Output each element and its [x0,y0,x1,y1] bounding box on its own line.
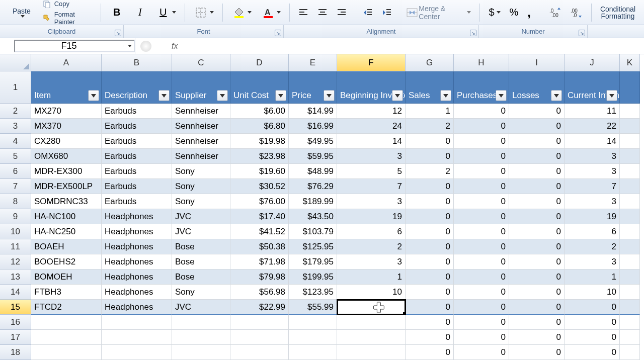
cell-D8[interactable]: $76.00 [230,194,289,209]
cell-J14[interactable]: 10 [565,285,620,300]
cell-G13[interactable]: 0 [406,269,454,285]
bold-button[interactable]: B [106,3,127,22]
cell-B3[interactable]: Earbuds [102,119,172,134]
cell-J4[interactable]: 14 [565,134,620,149]
cell-J5[interactable]: 3 [565,149,620,164]
worksheet[interactable]: ABCDEFGHIJK 123456789101112131415161718 … [0,54,644,360]
cell-H15[interactable]: 0 [454,300,509,315]
cell-K15[interactable] [620,300,640,315]
cell-C18[interactable] [172,345,230,360]
cell-F12[interactable]: 3 [337,254,406,269]
column-header-C[interactable]: C [172,54,230,71]
cell-F17[interactable] [337,330,406,345]
cell-I12[interactable]: 0 [509,254,565,269]
row-header-13[interactable]: 13 [0,269,31,285]
cell-C16[interactable] [172,315,230,330]
column-header-E[interactable]: E [289,54,337,71]
cell-A16[interactable] [31,315,102,330]
cell-E9[interactable]: $43.50 [289,209,337,224]
cell-F10[interactable]: 6 [337,224,406,239]
cell-G17[interactable]: 0 [406,330,454,345]
cell-A4[interactable]: CX280 [31,134,102,149]
cell-F6[interactable]: 5 [337,164,406,179]
cell-D3[interactable]: $6.80 [230,119,289,134]
row-header-8[interactable]: 8 [0,194,31,209]
cell-I3[interactable]: 0 [509,119,565,134]
cell-F18[interactable] [337,345,406,360]
cell-J16[interactable]: 0 [565,315,620,330]
cell-K12[interactable] [620,254,640,269]
cell-K16[interactable] [620,315,640,330]
cell-A9[interactable]: HA-NC100 [31,209,102,224]
cell-E11[interactable]: $125.95 [289,239,337,254]
underline-button[interactable]: U [152,3,180,22]
increase-decimal-button[interactable]: .0.00 [546,5,565,20]
cell-G6[interactable]: 2 [406,164,454,179]
row-header-5[interactable]: 5 [0,149,31,164]
cell-D16[interactable] [230,315,289,330]
cell-H8[interactable]: 0 [454,194,509,209]
filter-button[interactable] [88,90,99,101]
filter-button[interactable] [392,90,403,101]
cell-H7[interactable]: 0 [454,179,509,194]
fill-color-button[interactable] [228,3,255,22]
cell-H10[interactable]: 0 [454,224,509,239]
cell-I13[interactable]: 0 [509,269,565,285]
table-header[interactable]: Current Inventory [565,71,620,104]
cell-D9[interactable]: $17.40 [230,209,289,224]
paste-button[interactable]: Paste [5,7,38,18]
percent-button[interactable]: % [506,4,522,21]
decrease-indent-button[interactable] [359,5,376,20]
column-header-A[interactable]: A [31,54,102,71]
cell-B2[interactable]: Earbuds [102,104,172,119]
table-header[interactable] [620,71,640,104]
cell-I11[interactable]: 0 [509,239,565,254]
cell-D4[interactable]: $19.98 [230,134,289,149]
cell-B15[interactable]: Headphones [102,300,172,315]
table-header[interactable]: Supplier [172,71,230,104]
cell-G16[interactable]: 0 [406,315,454,330]
borders-button[interactable] [190,3,217,22]
cell-G3[interactable]: 2 [406,119,454,134]
cell-J6[interactable]: 3 [565,164,620,179]
cell-I4[interactable]: 0 [509,134,565,149]
cell-K8[interactable] [620,194,640,209]
row-header-10[interactable]: 10 [0,224,31,239]
cell-D11[interactable]: $50.38 [230,239,289,254]
cell-G9[interactable]: 0 [406,209,454,224]
filter-button[interactable] [275,90,286,101]
cell-B8[interactable]: Earbuds [102,194,172,209]
cell-B16[interactable] [102,315,172,330]
row-header-16[interactable]: 16 [0,315,31,330]
cell-H11[interactable]: 0 [454,239,509,254]
filter-button[interactable] [496,90,507,101]
cell-E5[interactable]: $59.95 [289,149,337,164]
cell-C6[interactable]: Sony [172,164,230,179]
column-header-K[interactable]: K [620,54,640,71]
row-header-18[interactable]: 18 [0,345,31,360]
cell-H9[interactable]: 0 [454,209,509,224]
cell-B14[interactable]: Headphones [102,285,172,300]
row-header-7[interactable]: 7 [0,179,31,194]
name-box[interactable]: F15 [14,40,135,52]
select-all-corner[interactable] [0,54,31,71]
cell-E2[interactable]: $14.99 [289,104,337,119]
cell-I10[interactable]: 0 [509,224,565,239]
cell-D18[interactable] [230,345,289,360]
cell-K17[interactable] [620,330,640,345]
row-header-1[interactable]: 1 [0,71,31,104]
align-center-button[interactable] [314,5,331,20]
cell-C11[interactable]: Bose [172,239,230,254]
cell-E3[interactable]: $16.99 [289,119,337,134]
row-header-6[interactable]: 6 [0,164,31,179]
cell-G11[interactable]: 0 [406,239,454,254]
row-header-3[interactable]: 3 [0,119,31,134]
cell-E14[interactable]: $123.95 [289,285,337,300]
cell-B4[interactable]: Earbuds [102,134,172,149]
clipboard-launcher[interactable]: ↘ [115,30,121,36]
cell-G4[interactable]: 0 [406,134,454,149]
cell-C5[interactable]: Sennheiser [172,149,230,164]
cell-F8[interactable]: 3 [337,194,406,209]
cell-A18[interactable] [31,345,102,360]
row-header-17[interactable]: 17 [0,330,31,345]
